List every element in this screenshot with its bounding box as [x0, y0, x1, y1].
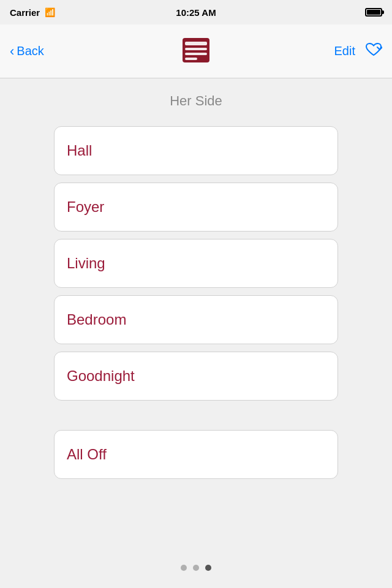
battery-indicator	[365, 8, 382, 17]
dot-1	[181, 565, 187, 571]
navigation-bar: ‹ Back Edit	[0, 24, 392, 78]
back-label: Back	[17, 44, 43, 58]
status-bar: Carrier 📶 10:25 AM	[0, 0, 392, 24]
room-button-foyer[interactable]: Foyer	[54, 183, 338, 232]
room-button-bedroom[interactable]: Bedroom	[54, 295, 338, 344]
svg-rect-4	[185, 58, 197, 60]
all-off-section: All Off	[0, 430, 392, 479]
room-button-living[interactable]: Living	[54, 239, 338, 288]
status-time: 10:25 AM	[176, 7, 216, 18]
logo-icon	[180, 34, 212, 66]
svg-rect-3	[185, 53, 207, 55]
room-button-hall[interactable]: Hall	[54, 126, 338, 175]
dot-2	[193, 565, 199, 571]
app-logo	[180, 34, 212, 69]
battery-icon	[365, 8, 382, 17]
back-chevron-icon: ‹	[10, 43, 14, 59]
page-dots	[181, 565, 211, 571]
dot-3	[205, 565, 211, 571]
svg-rect-1	[185, 42, 207, 45]
page-title: Her Side	[170, 93, 222, 109]
nav-right-controls: Edit	[334, 42, 382, 61]
back-button[interactable]: ‹ Back	[10, 43, 44, 59]
all-off-button[interactable]: All Off	[54, 430, 338, 479]
room-button-goodnight[interactable]: Goodnight	[54, 352, 338, 401]
main-content: Her Side Hall Foyer Living Bedroom Goodn…	[0, 78, 392, 494]
wifi-icon: 📶	[45, 7, 55, 17]
status-carrier: Carrier 📶	[10, 7, 55, 18]
svg-rect-2	[185, 48, 207, 50]
heart-icon[interactable]	[365, 42, 382, 61]
edit-button[interactable]: Edit	[334, 44, 355, 58]
rooms-list: Hall Foyer Living Bedroom Goodnight	[0, 126, 392, 401]
